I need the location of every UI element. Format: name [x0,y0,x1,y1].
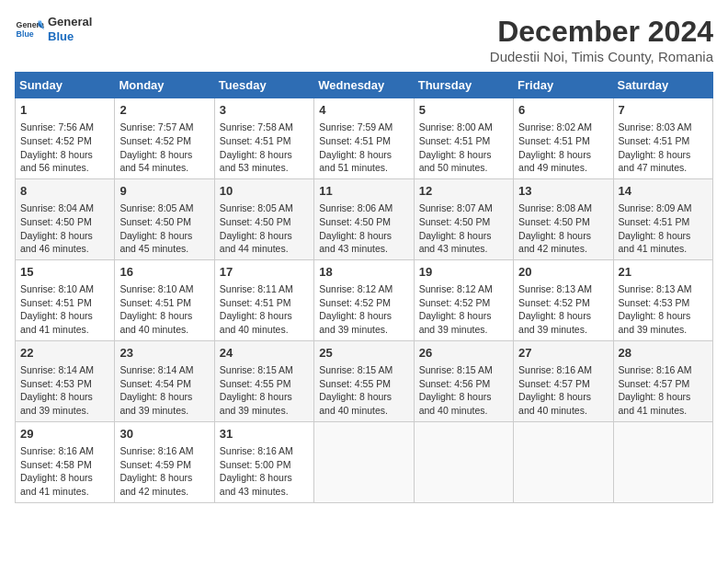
day-info: Sunrise: 8:14 AMSunset: 4:54 PMDaylight:… [119,363,209,418]
col-header-tuesday: Tuesday [214,73,313,98]
calendar-cell: 23Sunrise: 8:14 AMSunset: 4:54 PMDayligh… [115,340,214,421]
day-number: 14 [619,183,708,200]
calendar-cell [514,421,613,502]
day-number: 19 [419,264,508,281]
logo-icon: General Blue [15,15,44,44]
day-number: 10 [220,183,309,200]
calendar-cell: 12Sunrise: 8:07 AMSunset: 4:50 PMDayligh… [414,178,513,259]
calendar-week-row: 22Sunrise: 8:14 AMSunset: 4:53 PMDayligh… [16,340,713,421]
calendar-week-row: 29Sunrise: 8:16 AMSunset: 4:58 PMDayligh… [16,421,713,502]
day-info: Sunrise: 8:10 AMSunset: 4:51 PMDaylight:… [20,282,109,337]
col-header-thursday: Thursday [414,73,513,98]
day-info: Sunrise: 7:59 AMSunset: 4:51 PMDaylight:… [319,121,408,175]
calendar-cell: 24Sunrise: 8:15 AMSunset: 4:55 PMDayligh… [214,340,313,421]
day-number: 11 [319,183,408,200]
day-number: 29 [20,426,109,442]
day-number: 1 [20,102,109,119]
day-info: Sunrise: 8:12 AMSunset: 4:52 PMDaylight:… [419,282,508,337]
calendar-cell: 5Sunrise: 8:00 AMSunset: 4:51 PMDaylight… [414,98,513,179]
day-info: Sunrise: 8:04 AMSunset: 4:50 PMDaylight:… [20,201,109,256]
day-number: 15 [20,264,109,281]
calendar-cell: 31Sunrise: 8:16 AMSunset: 5:00 PMDayligh… [214,421,313,502]
calendar-cell: 3Sunrise: 7:58 AMSunset: 4:51 PMDaylight… [214,98,313,179]
day-info: Sunrise: 8:14 AMSunset: 4:53 PMDaylight:… [20,363,109,418]
day-number: 27 [518,345,608,362]
calendar-cell: 2Sunrise: 7:57 AMSunset: 4:52 PMDaylight… [115,98,214,179]
calendar-cell: 9Sunrise: 8:05 AMSunset: 4:50 PMDaylight… [115,178,214,259]
day-number: 8 [20,183,109,200]
logo: General Blue General Blue [15,15,92,44]
day-info: Sunrise: 8:07 AMSunset: 4:50 PMDaylight:… [419,201,508,256]
calendar-cell: 21Sunrise: 8:13 AMSunset: 4:53 PMDayligh… [613,259,712,340]
day-number: 25 [319,345,408,362]
calendar-week-row: 8Sunrise: 8:04 AMSunset: 4:50 PMDaylight… [16,178,713,259]
day-number: 22 [20,345,109,362]
calendar-cell: 29Sunrise: 8:16 AMSunset: 4:58 PMDayligh… [16,421,115,502]
col-header-wednesday: Wednesday [314,73,414,98]
calendar-cell: 1Sunrise: 7:56 AMSunset: 4:52 PMDaylight… [16,98,115,179]
calendar-cell: 18Sunrise: 8:12 AMSunset: 4:52 PMDayligh… [314,259,414,340]
day-info: Sunrise: 8:03 AMSunset: 4:51 PMDaylight:… [619,121,708,175]
day-info: Sunrise: 8:15 AMSunset: 4:55 PMDaylight:… [220,363,309,418]
day-number: 28 [619,345,708,362]
day-number: 23 [119,345,209,362]
svg-text:Blue: Blue [17,29,34,39]
day-info: Sunrise: 8:13 AMSunset: 4:52 PMDaylight:… [518,282,608,337]
calendar-cell: 16Sunrise: 8:10 AMSunset: 4:51 PMDayligh… [115,259,214,340]
day-number: 4 [319,102,408,119]
day-info: Sunrise: 8:13 AMSunset: 4:53 PMDaylight:… [619,282,708,337]
day-number: 7 [619,102,708,119]
calendar-cell: 30Sunrise: 8:16 AMSunset: 4:59 PMDayligh… [115,421,214,502]
day-number: 16 [119,264,209,281]
day-info: Sunrise: 7:58 AMSunset: 4:51 PMDaylight:… [220,121,309,175]
day-number: 3 [220,102,309,119]
calendar-cell: 19Sunrise: 8:12 AMSunset: 4:52 PMDayligh… [414,259,513,340]
day-info: Sunrise: 8:06 AMSunset: 4:50 PMDaylight:… [319,201,408,256]
calendar-cell: 10Sunrise: 8:05 AMSunset: 4:50 PMDayligh… [214,178,313,259]
day-info: Sunrise: 8:15 AMSunset: 4:55 PMDaylight:… [319,363,408,418]
day-number: 31 [220,426,309,442]
calendar-week-row: 1Sunrise: 7:56 AMSunset: 4:52 PMDaylight… [16,98,713,179]
day-number: 26 [419,345,508,362]
calendar-cell: 27Sunrise: 8:16 AMSunset: 4:57 PMDayligh… [514,340,613,421]
day-info: Sunrise: 8:11 AMSunset: 4:51 PMDaylight:… [220,282,309,337]
day-info: Sunrise: 8:09 AMSunset: 4:51 PMDaylight:… [619,201,708,256]
day-info: Sunrise: 8:00 AMSunset: 4:51 PMDaylight:… [419,121,508,175]
day-info: Sunrise: 8:16 AMSunset: 4:57 PMDaylight:… [518,363,608,418]
day-number: 13 [518,183,608,200]
subtitle: Dudestii Noi, Timis County, Romania [490,49,713,64]
calendar-cell: 25Sunrise: 8:15 AMSunset: 4:55 PMDayligh… [314,340,414,421]
logo-blue-text: Blue [48,29,92,44]
logo-general-text: General [48,15,92,29]
day-info: Sunrise: 7:57 AMSunset: 4:52 PMDaylight:… [119,121,209,175]
calendar-table: SundayMondayTuesdayWednesdayThursdayFrid… [15,72,713,503]
day-info: Sunrise: 8:16 AMSunset: 4:58 PMDaylight:… [20,444,109,499]
col-header-monday: Monday [115,73,214,98]
col-header-friday: Friday [514,73,613,98]
day-number: 21 [619,264,708,281]
day-info: Sunrise: 8:05 AMSunset: 4:50 PMDaylight:… [119,201,209,256]
calendar-cell: 8Sunrise: 8:04 AMSunset: 4:50 PMDaylight… [16,178,115,259]
day-number: 30 [119,426,209,442]
calendar-cell: 17Sunrise: 8:11 AMSunset: 4:51 PMDayligh… [214,259,313,340]
title-area: December 2024 Dudestii Noi, Timis County… [490,15,713,64]
day-number: 12 [419,183,508,200]
day-number: 5 [419,102,508,119]
calendar-cell [314,421,414,502]
day-info: Sunrise: 8:02 AMSunset: 4:51 PMDaylight:… [518,121,608,175]
day-info: Sunrise: 8:16 AMSunset: 4:59 PMDaylight:… [119,444,209,499]
day-info: Sunrise: 8:16 AMSunset: 5:00 PMDaylight:… [220,444,309,499]
calendar-cell: 26Sunrise: 8:15 AMSunset: 4:56 PMDayligh… [414,340,513,421]
calendar-cell: 6Sunrise: 8:02 AMSunset: 4:51 PMDaylight… [514,98,613,179]
calendar-cell [414,421,513,502]
day-info: Sunrise: 8:15 AMSunset: 4:56 PMDaylight:… [419,363,508,418]
day-number: 6 [518,102,608,119]
calendar-cell [613,421,712,502]
calendar-header: SundayMondayTuesdayWednesdayThursdayFrid… [16,73,713,98]
day-number: 17 [220,264,309,281]
day-info: Sunrise: 8:12 AMSunset: 4:52 PMDaylight:… [319,282,408,337]
calendar-week-row: 15Sunrise: 8:10 AMSunset: 4:51 PMDayligh… [16,259,713,340]
day-info: Sunrise: 8:10 AMSunset: 4:51 PMDaylight:… [119,282,209,337]
day-number: 9 [119,183,209,200]
calendar-cell: 4Sunrise: 7:59 AMSunset: 4:51 PMDaylight… [314,98,414,179]
